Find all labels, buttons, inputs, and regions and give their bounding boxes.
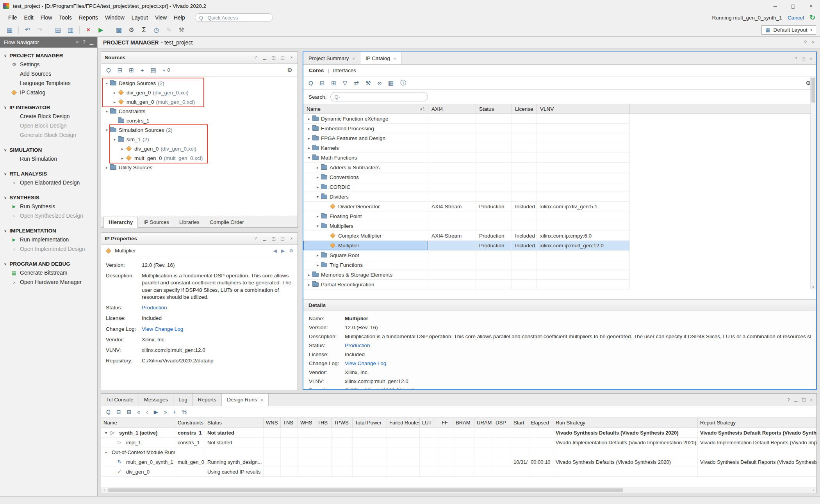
catalog-row-fpga-features-and-design[interactable]: ▸FPGA Features and Design <box>303 133 816 143</box>
close-icon[interactable]: × <box>810 398 813 402</box>
column-header-total-power[interactable]: Total Power <box>353 418 387 428</box>
flow-section-header[interactable]: ∨IP INTEGRATOR <box>0 103 97 112</box>
close-icon[interactable]: × <box>353 56 355 61</box>
maximize-icon[interactable]: ▢ <box>280 55 285 60</box>
expander-closed-icon[interactable]: ▸ <box>314 263 321 267</box>
flow-item-create-block-design[interactable]: Create Block Design <box>0 112 97 121</box>
column-header-name[interactable]: Name∧1 <box>303 104 428 114</box>
catalog-row-multiplier[interactable]: MultiplierProductionIncludedxilinx.com:i… <box>303 241 816 250</box>
expander-closed-icon[interactable]: ▸ <box>119 156 126 160</box>
expander-closed-icon[interactable]: ▸ <box>111 91 118 95</box>
customize-icon[interactable]: ⚒ <box>365 79 371 87</box>
tab-ip-catalog[interactable]: IP Catalog× <box>360 52 401 64</box>
horizontal-scrollbar[interactable]: ‹ › <box>101 487 816 493</box>
expander-open-icon[interactable]: ▾ <box>111 137 118 142</box>
document-icon[interactable]: ▤ <box>52 25 64 35</box>
expander-closed-icon[interactable]: ▸ <box>119 147 126 151</box>
tab-log[interactable]: Log <box>173 394 193 406</box>
tab-tcl-console[interactable]: Tcl Console <box>101 394 139 406</box>
sources-tab-hierarchy[interactable]: Hierarchy <box>103 217 138 228</box>
expander-closed-icon[interactable]: ▸ <box>314 165 321 170</box>
expand-all-icon[interactable]: ⊞ <box>331 79 336 87</box>
scroll-down-icon[interactable]: ▾ <box>811 285 816 289</box>
expander-open-icon[interactable]: ▾ <box>103 81 110 85</box>
catalog-row-partial-reconfiguration[interactable]: ▸Partial Reconfiguration <box>303 280 816 289</box>
float-icon[interactable]: ◳ <box>271 236 276 241</box>
flow-item-generate-block-design[interactable]: Generate Block Design <box>0 130 97 140</box>
menu-tools[interactable]: Tools <box>55 13 75 22</box>
expander-closed-icon[interactable]: ▸ <box>306 117 312 121</box>
catalog-row-square-root[interactable]: ▸Square Root <box>303 250 816 260</box>
source-row-mult-gen-0[interactable]: ▸mult_gen_0(mult_gen_0.xci) <box>101 153 298 163</box>
tab-design-runs[interactable]: Design Runs× <box>222 394 269 406</box>
search-icon[interactable]: Q <box>106 409 111 415</box>
column-header-elapsed[interactable]: Elapsed <box>528 418 553 428</box>
flow-item-open-implemented-design[interactable]: ›Open Implemented Design <box>0 244 97 254</box>
search-icon[interactable]: Q <box>106 67 111 74</box>
source-row-div-gen-0[interactable]: ▸div_gen_0(div_gen_0.xci) <box>101 144 298 153</box>
subtab-cores[interactable]: Cores <box>309 67 324 73</box>
flow-item-open-synthesized-design[interactable]: ›Open Synthesized Design <box>0 211 97 220</box>
run-row-synth-1-active[interactable]: ▾▷synth_1 (active)constrs_1Not startedVi… <box>101 428 816 438</box>
float-icon[interactable]: ◳ <box>801 56 805 61</box>
clock-icon[interactable]: ◷ <box>151 25 162 35</box>
compatibility-icon[interactable]: ⇄ <box>354 79 359 87</box>
scroll-left-icon[interactable]: ‹ <box>101 488 107 492</box>
settings-icon[interactable]: ⚙ <box>289 248 293 254</box>
debug-icon[interactable]: ⚒ <box>176 25 187 35</box>
source-row-utility-sources[interactable]: ▸Utility Sources <box>101 163 298 172</box>
expander-closed-icon[interactable]: ▸ <box>314 214 321 218</box>
float-icon[interactable]: ◳ <box>271 55 276 60</box>
column-header-report-strategy[interactable]: Report Strategy <box>698 418 816 428</box>
catalog-search-input[interactable]: Q· <box>330 92 428 101</box>
flow-item-open-block-design[interactable]: Open Block Design <box>0 121 97 130</box>
column-header-tpws[interactable]: TPWS <box>332 418 353 428</box>
catalog-row-dynamic-function-exchange[interactable]: ▸Dynamic Function eXchange <box>303 114 816 124</box>
column-header-name[interactable]: Name <box>101 418 175 428</box>
help-icon[interactable]: ? <box>788 398 790 402</box>
source-row-div-gen-0[interactable]: ▸div_gen_0(div_gen_0.xci) <box>101 88 298 97</box>
expander-closed-icon[interactable]: ▸ <box>314 185 321 189</box>
column-header-uram[interactable]: URAM <box>474 418 493 428</box>
menu-flow[interactable]: Flow <box>37 13 56 22</box>
catalog-row-multipliers[interactable]: ▾Multipliers <box>303 221 816 231</box>
link-icon[interactable]: ∞ <box>377 79 381 87</box>
property-value[interactable]: Production <box>142 304 293 311</box>
close-icon[interactable]: × <box>289 236 294 241</box>
scroll-to-icon[interactable]: ▤ <box>151 67 156 74</box>
column-header-constraints[interactable]: Constraints <box>175 418 205 428</box>
step-back-icon[interactable]: ‹ <box>146 409 148 415</box>
minimize-icon[interactable]: ▁ <box>794 397 797 402</box>
flow-item-settings[interactable]: ⚙Settings <box>0 60 97 69</box>
forward-icon[interactable]: ▶ <box>281 248 285 254</box>
catalog-row-math-functions[interactable]: ▾Math Functions <box>303 153 816 163</box>
undo-icon[interactable]: ↶ <box>22 25 33 35</box>
source-row-sim-1[interactable]: ▾sim_1(2) <box>101 135 298 144</box>
column-header-axi4[interactable]: AXI4 <box>428 104 476 114</box>
scrollbar-thumb[interactable] <box>811 78 815 103</box>
add-sources-icon[interactable]: + <box>141 67 144 74</box>
menu-view[interactable]: View <box>152 13 170 22</box>
scroll-right-icon[interactable]: › <box>810 488 816 492</box>
run-row-mult-gen-0-synth-1[interactable]: ↻mult_gen_0_synth_1mult_gen_0Running syn… <box>101 457 816 467</box>
menu-layout[interactable]: Layout <box>128 13 152 22</box>
flow-item-generate-bitstream[interactable]: ▦Generate Bitstream <box>0 268 97 277</box>
column-header-start[interactable]: Start <box>511 418 528 428</box>
column-header-license[interactable]: License <box>512 104 537 114</box>
source-row-simulation-sources[interactable]: ▾Simulation Sources(2) <box>101 125 298 135</box>
flow-section-header[interactable]: ∨PROGRAM AND DEBUG <box>0 260 97 268</box>
percent-icon[interactable]: % <box>182 409 187 415</box>
flow-section-header[interactable]: ∨SYNTHESIS <box>0 193 97 202</box>
collapse-all-icon[interactable]: ⊟ <box>320 79 325 87</box>
expand-all-icon[interactable]: ⊞ <box>127 409 132 415</box>
expander-closed-icon[interactable]: ▸ <box>306 146 312 150</box>
detail-value[interactable]: View Change Log <box>345 360 386 367</box>
minimize-icon[interactable]: ▁ <box>262 236 267 241</box>
expander-closed-icon[interactable]: ▸ <box>103 165 110 170</box>
column-header-bram[interactable]: BRAM <box>453 418 474 428</box>
column-header-ff[interactable]: FF <box>439 418 453 428</box>
source-row-constrs-1[interactable]: constrs_1 <box>101 116 298 125</box>
column-header-dsp[interactable]: DSP <box>493 418 511 428</box>
flow-item-language-templates[interactable]: Language Templates <box>0 78 97 88</box>
close-icon[interactable]: × <box>810 56 812 61</box>
